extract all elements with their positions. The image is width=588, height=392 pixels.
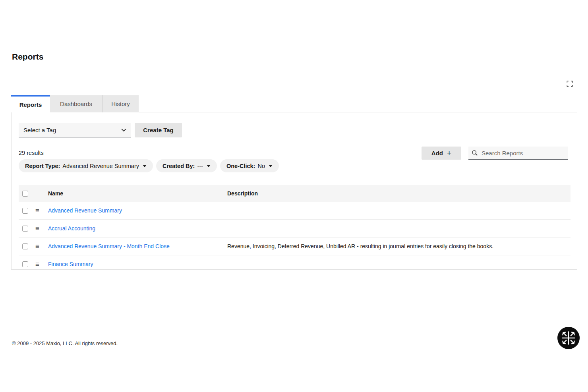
add-button[interactable]: Add + <box>422 147 461 160</box>
footer-divider <box>0 337 588 337</box>
table-row: ≡ Advanced Revenue Summary - Month End C… <box>19 238 571 255</box>
create-tag-button[interactable]: Create Tag <box>135 123 182 137</box>
row-menu-icon[interactable]: ≡ <box>35 207 48 214</box>
table-row: ≡ Finance Summary <box>19 255 571 270</box>
report-link[interactable]: Finance Summary <box>48 261 227 267</box>
search-input[interactable] <box>481 149 565 157</box>
tab-dashboards[interactable]: Dashboards <box>50 95 102 112</box>
filter-label: Report Type: <box>25 163 60 169</box>
row-checkbox[interactable] <box>22 243 28 249</box>
maxio-logo-icon <box>557 326 580 350</box>
fullscreen-button[interactable] <box>566 80 574 88</box>
add-button-label: Add <box>431 150 443 156</box>
row-menu-icon[interactable]: ≡ <box>35 261 48 268</box>
row-menu-icon[interactable]: ≡ <box>35 225 48 232</box>
chevron-down-icon <box>121 128 126 132</box>
copyright-text: © 2009 - 2025 Maxio, LLC. All rights res… <box>12 340 118 346</box>
tag-select-value: Select a Tag <box>23 127 56 133</box>
tab-reports[interactable]: Reports <box>11 95 50 112</box>
maxio-logo[interactable] <box>557 326 580 350</box>
filter-value: No <box>257 163 265 169</box>
row-checkbox[interactable] <box>22 208 28 214</box>
results-count: 29 results <box>19 150 44 156</box>
fullscreen-icon <box>567 81 573 87</box>
reports-page: Reports Reports Dashboards History Selec… <box>0 0 588 392</box>
row-checkbox[interactable] <box>22 226 28 232</box>
row-checkbox[interactable] <box>22 261 28 267</box>
tab-bar: Reports Dashboards History <box>11 95 139 112</box>
table-header: Name Description <box>19 185 571 202</box>
search-icon <box>472 150 478 156</box>
select-all-checkbox[interactable] <box>22 191 28 197</box>
tab-history[interactable]: History <box>102 95 139 112</box>
caret-down-icon <box>143 165 147 167</box>
filter-report-type[interactable]: Report Type: Advanced Revenue Summary <box>19 159 153 172</box>
report-link[interactable]: Advanced Revenue Summary - Month End Clo… <box>48 243 227 249</box>
filter-label: One-Click: <box>226 163 255 169</box>
filter-one-click[interactable]: One-Click: No <box>220 159 279 172</box>
filter-created-by[interactable]: Created By: --- <box>156 159 217 172</box>
table-row: ≡ Accrual Accounting <box>19 220 571 238</box>
tag-select[interactable]: Select a Tag <box>19 123 131 137</box>
caret-down-icon <box>207 165 211 167</box>
plus-icon: + <box>447 149 451 157</box>
column-header-description: Description <box>227 190 571 197</box>
row-menu-icon[interactable]: ≡ <box>35 243 48 250</box>
report-link[interactable]: Accrual Accounting <box>48 225 227 232</box>
filter-pills: Report Type: Advanced Revenue Summary Cr… <box>19 159 279 172</box>
report-link[interactable]: Advanced Revenue Summary <box>48 207 227 214</box>
reports-table: Name Description ≡ Advanced Revenue Summ… <box>19 185 571 270</box>
table-row: ≡ Advanced Revenue Summary <box>19 202 571 220</box>
reports-panel: Select a Tag Create Tag 29 results Add +… <box>11 112 577 270</box>
caret-down-icon <box>269 165 273 167</box>
report-description: Revenue, Invoicing, Deferred Revenue, Un… <box>227 243 571 249</box>
filter-label: Created By: <box>162 163 195 169</box>
filter-value: Advanced Revenue Summary <box>62 163 139 169</box>
filter-value: --- <box>197 163 203 169</box>
column-header-name: Name <box>48 190 227 197</box>
page-title: Reports <box>12 52 43 62</box>
search-field <box>468 147 568 160</box>
